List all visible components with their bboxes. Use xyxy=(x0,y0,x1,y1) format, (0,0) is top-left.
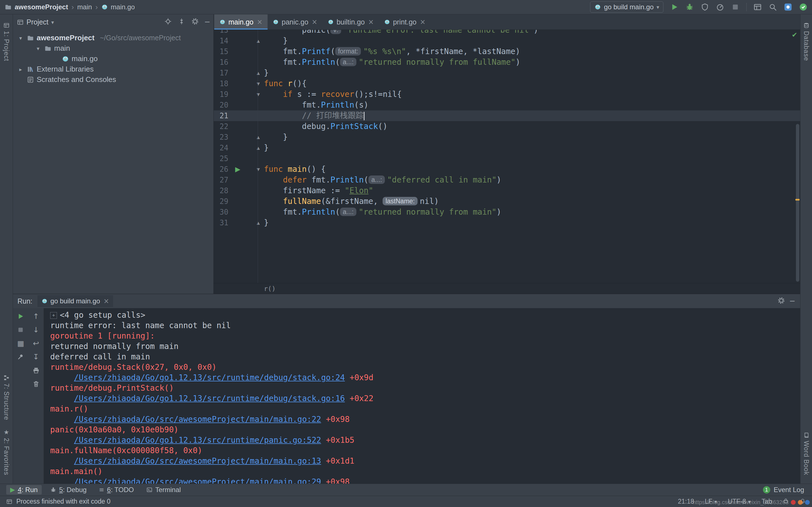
stripe-button-1-project[interactable]: 1: Project xyxy=(3,22,10,61)
code-line-21[interactable]: 21 // 打印堆栈跟踪 xyxy=(214,110,800,121)
stack-trace-link[interactable]: /Users/zhiaoda/Go/src/awesomeProject/mai… xyxy=(74,456,321,466)
gutter[interactable] xyxy=(229,57,262,68)
caret-position[interactable]: 21:18 xyxy=(678,498,694,505)
arrow-up-button[interactable]: ↑ xyxy=(33,312,39,321)
stripe-button-2-favorites[interactable]: ★2: Favorites xyxy=(3,429,10,475)
run-config-selector[interactable]: go build main.go▾ xyxy=(590,1,663,13)
trash-button[interactable] xyxy=(33,379,40,389)
chevron-down-icon[interactable]: ▾ xyxy=(51,19,54,25)
code-line-15[interactable]: 15 fmt.Printf(format:"%s %s\n", *firstNa… xyxy=(214,46,800,57)
gutter[interactable] xyxy=(229,207,262,217)
code-line-26[interactable]: 26▶▾func main() { xyxy=(214,164,800,175)
scroll-end-button[interactable]: ↧ xyxy=(33,352,39,362)
chevron-down-icon[interactable]: ▾ xyxy=(17,35,24,41)
editor-tab-panic-go[interactable]: panic.go× xyxy=(267,14,322,30)
stack-trace-link[interactable]: /Users/zhiaoda/Go/go1.12.13/src/runtime/… xyxy=(74,394,345,403)
gutter[interactable]: ▴ xyxy=(229,36,262,46)
app-green-button[interactable] xyxy=(799,3,808,11)
toolwindow-button-terminal[interactable]: Terminal xyxy=(142,485,185,495)
tree-item-main.go[interactable]: main.go xyxy=(13,54,213,64)
fold-down-icon[interactable]: ▾ xyxy=(253,164,263,175)
notifications-button[interactable] xyxy=(800,498,806,506)
soft-wrap-button[interactable]: ↩ xyxy=(33,339,39,348)
run-button[interactable] xyxy=(670,3,679,11)
gutter[interactable]: ▾ xyxy=(229,89,262,100)
code-line-17[interactable]: 17▴} xyxy=(214,68,800,78)
line-number[interactable]: 17 xyxy=(214,68,229,78)
fold-down-icon[interactable]: ▾ xyxy=(253,89,263,100)
gutter[interactable] xyxy=(229,110,262,121)
line-number[interactable]: 19 xyxy=(214,89,229,100)
line-number[interactable]: 30 xyxy=(214,207,229,217)
gutter[interactable]: ▴ xyxy=(229,68,262,78)
gutter[interactable] xyxy=(229,30,262,36)
line-number[interactable]: 13 xyxy=(214,30,229,36)
code-line-31[interactable]: 31▴} xyxy=(214,217,800,228)
coverage-button[interactable] xyxy=(701,3,709,11)
gutter[interactable]: ▾ xyxy=(229,78,262,89)
gear-button[interactable] xyxy=(192,18,199,27)
tree-item-scratches-and-consoles[interactable]: Scratches and Consoles xyxy=(13,74,213,85)
breadcrumb-function[interactable]: r() xyxy=(264,285,276,292)
line-number[interactable]: 22 xyxy=(214,121,229,132)
code-line-24[interactable]: 24▴} xyxy=(214,143,800,153)
gutter[interactable]: ▶▾ xyxy=(229,164,262,175)
tree-item-main[interactable]: ▾main xyxy=(13,43,213,54)
code-line-13[interactable]: 13 panic(v:"runtime error: last name can… xyxy=(214,30,800,36)
editor-tab-main-go[interactable]: main.go× xyxy=(214,14,267,30)
breadcrumb-item[interactable]: awesomeProject xyxy=(15,3,68,11)
editor-scrollbar[interactable] xyxy=(796,124,799,282)
lock-button[interactable] xyxy=(783,498,789,506)
editor-tab-print-go[interactable]: print.go× xyxy=(379,14,431,30)
breadcrumb-item[interactable]: main.go xyxy=(111,3,135,11)
gutter[interactable]: ▴ xyxy=(229,143,262,153)
fold-up-icon[interactable]: ▴ xyxy=(253,143,263,153)
fold-up-icon[interactable]: ▴ xyxy=(253,217,263,228)
line-number[interactable]: 15 xyxy=(214,46,229,57)
gutter[interactable]: ▴ xyxy=(229,217,262,228)
pin-button[interactable] xyxy=(17,352,24,362)
gutter[interactable] xyxy=(229,185,262,196)
window-button[interactable] xyxy=(753,3,762,11)
collapse-button[interactable] xyxy=(178,18,185,27)
grid-button[interactable]: ▦ xyxy=(17,339,24,348)
line-number[interactable]: 18 xyxy=(214,78,229,89)
close-icon[interactable]: × xyxy=(368,18,374,26)
minimize-button[interactable]: ─ xyxy=(790,297,795,305)
code-line-16[interactable]: 16 fmt.Println(a...:"returned normally f… xyxy=(214,57,800,68)
close-icon[interactable]: × xyxy=(257,18,262,26)
line-number[interactable]: 27 xyxy=(214,175,229,185)
editor[interactable]: 13 panic(v:"runtime error: last name can… xyxy=(214,30,800,283)
close-icon[interactable]: × xyxy=(312,18,317,26)
run-tab[interactable]: go build main.go× xyxy=(38,295,113,307)
line-number[interactable]: 31 xyxy=(214,217,229,228)
toolwindow-button-4-run[interactable]: ▶4: Run xyxy=(6,485,42,495)
gutter[interactable] xyxy=(229,175,262,185)
line-number[interactable]: 23 xyxy=(214,132,229,143)
tree-item-external-libraries[interactable]: ▸External Libraries xyxy=(13,64,213,74)
close-icon[interactable]: × xyxy=(103,297,109,305)
tree-item-awesomeproject[interactable]: ▾awesomeProject~/Go/src/awesomeProject xyxy=(13,33,213,43)
stack-trace-link[interactable]: /Users/zhiaoda/Go/go1.12.13/src/runtime/… xyxy=(74,436,321,445)
fold-up-icon[interactable]: ▴ xyxy=(253,68,263,78)
gutter[interactable]: ▴ xyxy=(229,132,262,143)
line-number[interactable]: 20 xyxy=(214,100,229,110)
code-line-19[interactable]: 19▾ if s := recover();s!=nil{ xyxy=(214,89,800,100)
app-blue-button[interactable] xyxy=(784,3,792,11)
gutter[interactable] xyxy=(229,153,262,164)
line-separator-selector[interactable]: LF ▾ xyxy=(705,498,717,505)
stop-button[interactable] xyxy=(731,3,740,11)
stripe-button-7-structure[interactable]: 7: Structure xyxy=(3,375,10,420)
line-number[interactable]: 16 xyxy=(214,57,229,68)
code-line-20[interactable]: 20 fmt.Println(s) xyxy=(214,100,800,110)
stack-trace-link[interactable]: /Users/zhiaoda/Go/src/awesomeProject/mai… xyxy=(74,414,321,424)
arrow-down-button[interactable]: ↓ xyxy=(33,325,39,335)
locate-button[interactable] xyxy=(164,18,172,27)
line-number[interactable]: 24 xyxy=(214,143,229,153)
code-line-28[interactable]: 28 firstName := "Elon" xyxy=(214,185,800,196)
stripe-button-database[interactable]: Database xyxy=(802,22,810,61)
warning-stripe-mark[interactable] xyxy=(795,199,800,201)
print-button[interactable] xyxy=(33,365,40,375)
stack-trace-link[interactable]: /Users/zhiaoda/Go/go1.12.13/src/runtime/… xyxy=(74,373,345,382)
minimize-button[interactable]: ─ xyxy=(205,18,209,26)
